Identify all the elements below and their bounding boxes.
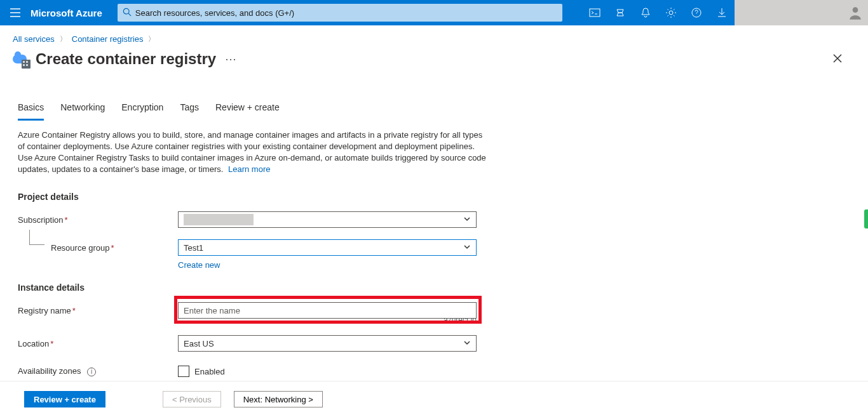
subscription-label: Subscription* <box>18 215 178 225</box>
close-button[interactable] <box>832 53 843 65</box>
breadcrumb-link[interactable]: All services <box>13 34 55 44</box>
chevron-down-icon <box>463 339 471 348</box>
row-location: Location* East US <box>18 334 850 352</box>
resource-group-value: Test1 <box>184 243 203 253</box>
tab-networking[interactable]: Networking <box>60 98 105 121</box>
wizard-footer: Review + create < Previous Next: Network… <box>0 381 868 417</box>
svg-rect-2 <box>590 9 600 17</box>
svg-point-5 <box>853 7 858 13</box>
row-subscription: Subscription* <box>18 211 850 228</box>
svg-point-3 <box>669 11 673 15</box>
redacted-value <box>184 214 254 225</box>
row-registry-name: Registry name* <box>18 301 850 319</box>
learn-more-link[interactable]: Learn more <box>228 164 270 174</box>
tenant-area[interactable] <box>735 0 843 25</box>
wizard-tabs: Basics Networking Encryption Tags Review… <box>18 86 850 121</box>
tree-connector <box>29 230 44 245</box>
side-feedback-tab[interactable] <box>864 209 868 228</box>
form-scroll-area[interactable]: Basics Networking Encryption Tags Review… <box>0 86 868 381</box>
account-avatar[interactable] <box>843 0 868 25</box>
breadcrumb: All services 〉 Container registries 〉 <box>0 25 868 48</box>
tab-basics[interactable]: Basics <box>18 98 44 121</box>
resource-group-dropdown[interactable]: Test1 <box>178 239 477 256</box>
availability-zones-checkbox[interactable] <box>178 366 189 377</box>
breadcrumb-link[interactable]: Container registries <box>72 34 144 44</box>
registry-name-input[interactable] <box>178 302 477 319</box>
search-icon <box>123 8 135 18</box>
tab-encryption[interactable]: Encryption <box>121 98 163 121</box>
svg-line-1 <box>128 13 131 16</box>
tab-tags[interactable]: Tags <box>180 98 199 121</box>
previous-button: < Previous <box>163 391 221 407</box>
notifications-icon[interactable] <box>633 0 658 25</box>
chevron-down-icon <box>463 243 471 253</box>
svg-point-0 <box>123 8 129 14</box>
location-label: Location* <box>18 339 178 348</box>
global-search[interactable] <box>118 4 562 22</box>
chevron-right-icon: 〉 <box>60 34 67 44</box>
tab-review[interactable]: Review + create <box>215 98 280 121</box>
review-create-button[interactable]: Review + create <box>24 391 105 407</box>
create-new-rg-link[interactable]: Create new <box>178 260 850 270</box>
next-button[interactable]: Next: Networking > <box>234 391 323 407</box>
section-instance-details: Instance details <box>18 282 850 293</box>
settings-icon[interactable] <box>658 0 684 25</box>
subscription-dropdown[interactable] <box>178 211 477 228</box>
page-header: Create container registry ⋯ <box>0 48 868 74</box>
location-dropdown[interactable]: East US <box>178 335 477 352</box>
directories-icon[interactable] <box>607 0 633 25</box>
row-availability-zones: Availability zones i Enabled <box>18 362 850 380</box>
intro-text: Azure Container Registry allows you to b… <box>18 129 488 175</box>
global-search-input[interactable] <box>135 8 557 18</box>
topbar-icons <box>582 0 735 25</box>
cloud-shell-icon[interactable] <box>582 0 607 25</box>
more-actions-button[interactable]: ⋯ <box>225 52 237 66</box>
container-registry-icon <box>13 51 29 67</box>
chevron-down-icon <box>463 215 471 225</box>
chevron-right-icon: 〉 <box>148 34 155 44</box>
top-bar: Microsoft Azure <box>0 0 868 25</box>
availability-zones-label: Availability zones i <box>18 366 178 376</box>
availability-zones-check-label: Enabled <box>194 367 225 376</box>
section-project-details: Project details <box>18 192 850 202</box>
brand-label: Microsoft Azure <box>31 8 118 18</box>
row-resource-group: Resource group* Test1 <box>18 239 850 256</box>
portal-menu-button[interactable] <box>0 7 31 18</box>
info-icon[interactable]: i <box>87 367 96 376</box>
registry-name-label: Registry name* <box>18 306 178 315</box>
help-icon[interactable] <box>684 0 709 25</box>
location-value: East US <box>184 339 214 348</box>
feedback-icon[interactable] <box>709 0 735 25</box>
page-title: Create container registry <box>36 50 216 68</box>
